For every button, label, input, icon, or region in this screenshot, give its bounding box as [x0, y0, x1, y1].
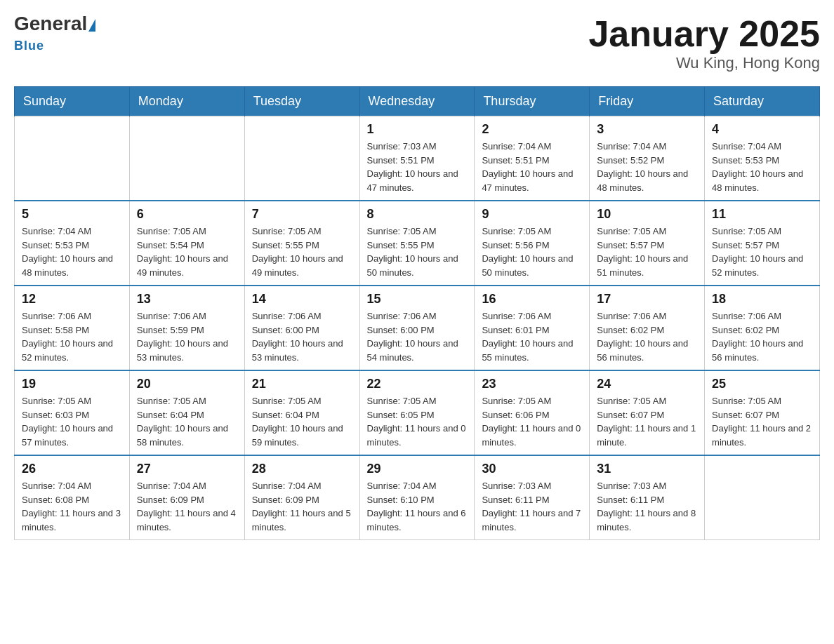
calendar-cell: 24Sunrise: 7:05 AM Sunset: 6:07 PM Dayli…	[590, 370, 705, 455]
day-number: 25	[712, 377, 812, 391]
day-info: Sunrise: 7:06 AM Sunset: 6:00 PM Dayligh…	[252, 309, 352, 364]
calendar-cell: 12Sunrise: 7:06 AM Sunset: 5:58 PM Dayli…	[15, 286, 130, 370]
day-info: Sunrise: 7:04 AM Sunset: 6:08 PM Dayligh…	[22, 479, 122, 534]
day-number: 18	[712, 292, 812, 307]
calendar-cell: 16Sunrise: 7:06 AM Sunset: 6:01 PM Dayli…	[475, 286, 590, 370]
day-number: 26	[22, 462, 122, 476]
calendar-cell	[15, 116, 130, 201]
day-number: 13	[137, 292, 237, 307]
day-number: 6	[137, 207, 237, 222]
day-info: Sunrise: 7:06 AM Sunset: 6:01 PM Dayligh…	[482, 309, 582, 364]
column-header-sunday: Sunday	[15, 87, 130, 116]
calendar-cell: 25Sunrise: 7:05 AM Sunset: 6:07 PM Dayli…	[705, 370, 820, 455]
calendar-cell: 28Sunrise: 7:04 AM Sunset: 6:09 PM Dayli…	[244, 455, 359, 540]
calendar-cell: 7Sunrise: 7:05 AM Sunset: 5:55 PM Daylig…	[244, 201, 359, 286]
calendar-week-row: 12Sunrise: 7:06 AM Sunset: 5:58 PM Dayli…	[15, 286, 820, 370]
calendar-cell: 22Sunrise: 7:05 AM Sunset: 6:05 PM Dayli…	[359, 370, 475, 455]
calendar-title: January 2025	[588, 14, 820, 54]
day-info: Sunrise: 7:04 AM Sunset: 5:53 PM Dayligh…	[22, 224, 122, 279]
day-info: Sunrise: 7:04 AM Sunset: 6:10 PM Dayligh…	[367, 479, 468, 534]
calendar-header-row: SundayMondayTuesdayWednesdayThursdayFrid…	[15, 87, 820, 116]
day-info: Sunrise: 7:05 AM Sunset: 6:06 PM Dayligh…	[482, 394, 582, 449]
day-number: 16	[482, 292, 582, 307]
logo-blue: Blue	[14, 39, 44, 53]
calendar-subtitle: Wu King, Hong Kong	[588, 54, 820, 72]
calendar-cell: 20Sunrise: 7:05 AM Sunset: 6:04 PM Dayli…	[129, 370, 244, 455]
day-number: 15	[367, 292, 468, 307]
calendar-week-row: 1Sunrise: 7:03 AM Sunset: 5:51 PM Daylig…	[15, 116, 820, 201]
day-number: 20	[137, 377, 237, 391]
day-info: Sunrise: 7:06 AM Sunset: 6:02 PM Dayligh…	[712, 309, 812, 364]
calendar-cell: 8Sunrise: 7:05 AM Sunset: 5:55 PM Daylig…	[359, 201, 475, 286]
day-number: 21	[252, 377, 352, 391]
day-number: 29	[367, 462, 468, 476]
day-info: Sunrise: 7:05 AM Sunset: 5:55 PM Dayligh…	[252, 224, 352, 279]
day-info: Sunrise: 7:04 AM Sunset: 6:09 PM Dayligh…	[252, 479, 352, 534]
calendar-cell: 23Sunrise: 7:05 AM Sunset: 6:06 PM Dayli…	[475, 370, 590, 455]
day-number: 12	[22, 292, 122, 307]
calendar-week-row: 26Sunrise: 7:04 AM Sunset: 6:08 PM Dayli…	[15, 455, 820, 540]
calendar-cell: 13Sunrise: 7:06 AM Sunset: 5:59 PM Dayli…	[129, 286, 244, 370]
column-header-tuesday: Tuesday	[244, 87, 359, 116]
calendar-cell: 6Sunrise: 7:05 AM Sunset: 5:54 PM Daylig…	[129, 201, 244, 286]
day-number: 31	[597, 462, 697, 476]
logo: General Blue	[14, 14, 95, 53]
column-header-saturday: Saturday	[705, 87, 820, 116]
calendar-cell: 29Sunrise: 7:04 AM Sunset: 6:10 PM Dayli…	[359, 455, 475, 540]
day-info: Sunrise: 7:06 AM Sunset: 6:00 PM Dayligh…	[367, 309, 468, 364]
column-header-monday: Monday	[129, 87, 244, 116]
page-header: General Blue January 2025 Wu King, Hong …	[14, 14, 820, 72]
calendar-cell: 21Sunrise: 7:05 AM Sunset: 6:04 PM Dayli…	[244, 370, 359, 455]
day-info: Sunrise: 7:05 AM Sunset: 5:55 PM Dayligh…	[367, 224, 468, 279]
calendar-cell: 19Sunrise: 7:05 AM Sunset: 6:03 PM Dayli…	[15, 370, 130, 455]
calendar-cell: 27Sunrise: 7:04 AM Sunset: 6:09 PM Dayli…	[129, 455, 244, 540]
calendar-cell: 1Sunrise: 7:03 AM Sunset: 5:51 PM Daylig…	[359, 116, 475, 201]
day-info: Sunrise: 7:05 AM Sunset: 6:04 PM Dayligh…	[137, 394, 237, 449]
day-number: 5	[22, 207, 122, 222]
calendar-cell: 11Sunrise: 7:05 AM Sunset: 5:57 PM Dayli…	[705, 201, 820, 286]
day-info: Sunrise: 7:03 AM Sunset: 6:11 PM Dayligh…	[482, 479, 582, 534]
calendar-cell: 18Sunrise: 7:06 AM Sunset: 6:02 PM Dayli…	[705, 286, 820, 370]
day-number: 11	[712, 207, 812, 222]
column-header-friday: Friday	[590, 87, 705, 116]
day-info: Sunrise: 7:05 AM Sunset: 6:03 PM Dayligh…	[22, 394, 122, 449]
day-info: Sunrise: 7:03 AM Sunset: 5:51 PM Dayligh…	[367, 140, 468, 194]
day-number: 19	[22, 377, 122, 391]
day-number: 1	[367, 122, 468, 137]
calendar-cell: 9Sunrise: 7:05 AM Sunset: 5:56 PM Daylig…	[475, 201, 590, 286]
day-info: Sunrise: 7:05 AM Sunset: 5:57 PM Dayligh…	[712, 224, 812, 279]
logo-triangle-icon	[88, 19, 95, 32]
calendar-cell: 14Sunrise: 7:06 AM Sunset: 6:00 PM Dayli…	[244, 286, 359, 370]
day-number: 28	[252, 462, 352, 476]
calendar-table: SundayMondayTuesdayWednesdayThursdayFrid…	[14, 86, 820, 540]
day-info: Sunrise: 7:05 AM Sunset: 5:54 PM Dayligh…	[137, 224, 237, 279]
calendar-cell: 2Sunrise: 7:04 AM Sunset: 5:51 PM Daylig…	[475, 116, 590, 201]
calendar-cell: 10Sunrise: 7:05 AM Sunset: 5:57 PM Dayli…	[590, 201, 705, 286]
day-info: Sunrise: 7:06 AM Sunset: 5:59 PM Dayligh…	[137, 309, 237, 364]
day-info: Sunrise: 7:06 AM Sunset: 5:58 PM Dayligh…	[22, 309, 122, 364]
day-number: 9	[482, 207, 582, 222]
calendar-cell: 5Sunrise: 7:04 AM Sunset: 5:53 PM Daylig…	[15, 201, 130, 286]
calendar-cell: 4Sunrise: 7:04 AM Sunset: 5:53 PM Daylig…	[705, 116, 820, 201]
day-number: 2	[482, 122, 582, 137]
calendar-cell: 26Sunrise: 7:04 AM Sunset: 6:08 PM Dayli…	[15, 455, 130, 540]
day-info: Sunrise: 7:04 AM Sunset: 5:52 PM Dayligh…	[597, 140, 697, 194]
calendar-cell	[129, 116, 244, 201]
day-number: 4	[712, 122, 812, 137]
day-number: 3	[597, 122, 697, 137]
day-number: 10	[597, 207, 697, 222]
day-number: 17	[597, 292, 697, 307]
day-info: Sunrise: 7:05 AM Sunset: 5:56 PM Dayligh…	[482, 224, 582, 279]
calendar-cell	[244, 116, 359, 201]
day-info: Sunrise: 7:03 AM Sunset: 6:11 PM Dayligh…	[597, 479, 697, 534]
day-number: 23	[482, 377, 582, 391]
day-info: Sunrise: 7:05 AM Sunset: 5:57 PM Dayligh…	[597, 224, 697, 279]
day-info: Sunrise: 7:04 AM Sunset: 6:09 PM Dayligh…	[137, 479, 237, 534]
calendar-cell: 15Sunrise: 7:06 AM Sunset: 6:00 PM Dayli…	[359, 286, 475, 370]
title-block: January 2025 Wu King, Hong Kong	[588, 14, 820, 72]
day-number: 8	[367, 207, 468, 222]
day-info: Sunrise: 7:05 AM Sunset: 6:07 PM Dayligh…	[712, 394, 812, 449]
column-header-thursday: Thursday	[475, 87, 590, 116]
calendar-cell: 3Sunrise: 7:04 AM Sunset: 5:52 PM Daylig…	[590, 116, 705, 201]
day-number: 30	[482, 462, 582, 476]
